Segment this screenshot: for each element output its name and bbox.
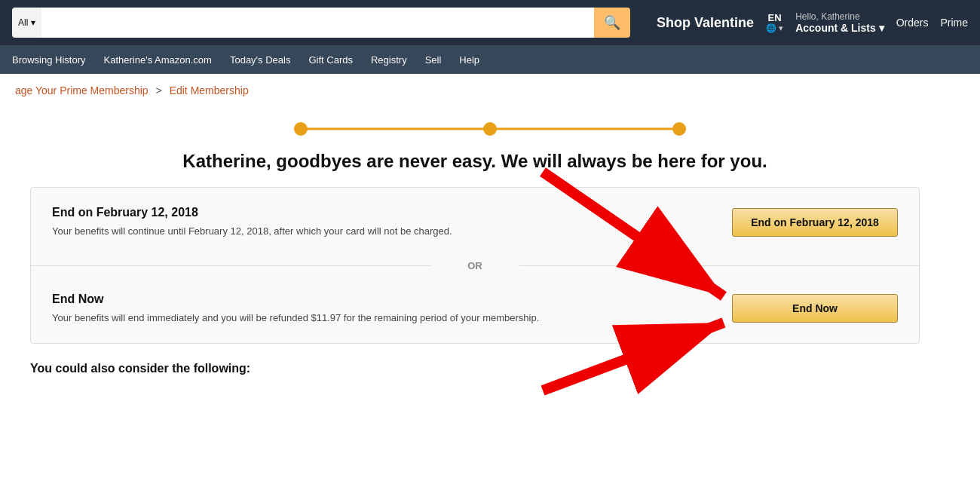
search-category-label: All — [18, 17, 28, 28]
end-now-button[interactable]: End Now — [732, 294, 898, 323]
progress-dot-3 — [672, 122, 686, 136]
option-end-now-row: End Now Your benefits will end immediate… — [31, 274, 919, 344]
top-navigation: All ▾ 🔍 Shop Valentine EN 🌐 ▾ Hello, Kat… — [0, 0, 980, 45]
main-heading: Katherine, goodbyes are never easy. We w… — [30, 151, 920, 172]
options-card-wrapper: End on February 12, 2018 Your benefits w… — [30, 187, 920, 344]
options-card: End on February 12, 2018 Your benefits w… — [30, 187, 920, 344]
or-divider: OR — [31, 257, 919, 274]
option2-title: End Now — [52, 292, 717, 306]
consider-text: You could also consider the following: — [30, 362, 920, 375]
shop-promo-text: Shop Valentine — [657, 15, 754, 31]
language-selector[interactable]: EN 🌐 ▾ — [766, 12, 783, 33]
end-on-date-button[interactable]: End on February 12, 2018 — [732, 208, 898, 237]
prime-link[interactable]: Prime — [940, 17, 968, 29]
option1-description: Your benefits will continue until Februa… — [52, 224, 640, 239]
search-icon: 🔍 — [604, 14, 620, 31]
option1-title: End on February 12, 2018 — [52, 206, 717, 219]
main-content: Katherine, goodbyes are never easy. We w… — [0, 143, 950, 398]
breadcrumb-current: Edit Membership — [170, 84, 249, 96]
user-greeting: Hello, Katherine — [795, 11, 884, 22]
user-account-section: Hello, Katherine Account & Lists ▾ — [795, 11, 884, 34]
secondary-navigation: Browsing History Katherine's Amazon.com … — [0, 45, 980, 74]
manage-prime-link[interactable]: age Your Prime Membership — [15, 84, 149, 96]
nav-browsing-history[interactable]: Browsing History — [12, 54, 86, 66]
search-bar: All ▾ 🔍 — [12, 8, 630, 38]
nav-registry[interactable]: Registry — [371, 54, 407, 66]
nav-todays-deals[interactable]: Today's Deals — [230, 54, 291, 66]
option2-description: Your benefits will end immediately and y… — [52, 311, 640, 326]
nav-katherines-amazon[interactable]: Katherine's Amazon.com — [104, 54, 212, 66]
globe-icon: 🌐 ▾ — [766, 23, 783, 33]
progress-dot-2 — [483, 122, 497, 136]
search-input[interactable] — [41, 8, 594, 38]
option-end-on-date-row: End on February 12, 2018 Your benefits w… — [31, 188, 919, 257]
language-code: EN — [768, 12, 782, 23]
breadcrumb-separator: > — [156, 84, 162, 96]
option2-text: End Now Your benefits will end immediate… — [52, 292, 717, 326]
progress-indicator — [0, 107, 980, 143]
nav-help[interactable]: Help — [459, 54, 479, 66]
account-and-lists-button[interactable]: Account & Lists ▾ — [795, 22, 884, 34]
progress-dot-1 — [294, 122, 308, 136]
nav-gift-cards[interactable]: Gift Cards — [308, 54, 353, 66]
breadcrumb: age Your Prime Membership > Edit Members… — [0, 74, 980, 107]
top-nav-right: Shop Valentine EN 🌐 ▾ Hello, Katherine A… — [657, 11, 968, 34]
progress-line — [294, 122, 686, 136]
nav-sell[interactable]: Sell — [425, 54, 442, 66]
orders-link[interactable]: Orders — [896, 17, 929, 29]
option1-text: End on February 12, 2018 Your benefits w… — [52, 206, 717, 239]
search-category-dropdown[interactable]: All ▾ — [12, 8, 41, 38]
search-button[interactable]: 🔍 — [594, 8, 630, 38]
dropdown-arrow-icon: ▾ — [31, 17, 35, 28]
